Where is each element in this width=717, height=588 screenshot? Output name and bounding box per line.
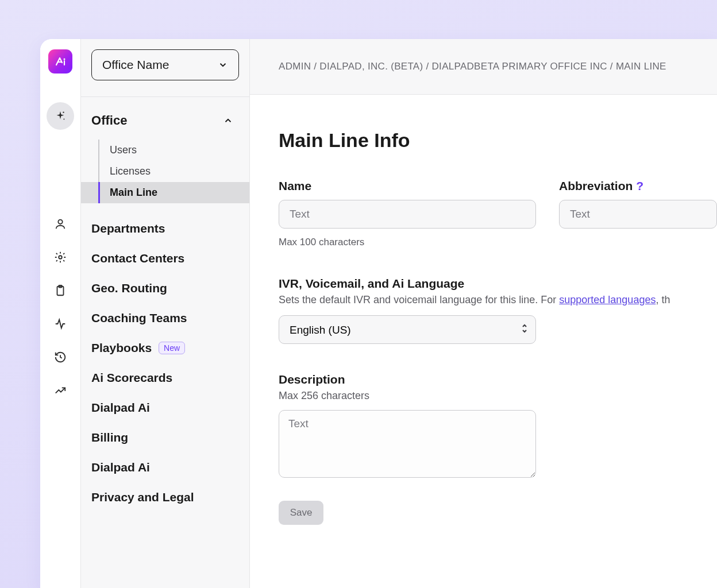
nav-billing[interactable]: Billing bbox=[81, 423, 249, 452]
nav-contact-centers[interactable]: Contact Centers bbox=[81, 243, 249, 273]
new-badge: New bbox=[159, 342, 185, 354]
sidebar-sub-main-line[interactable]: Main Line bbox=[81, 182, 249, 203]
trend-up-icon bbox=[54, 384, 67, 397]
app-window: Office Name Office Users Licenses Main L… bbox=[40, 39, 717, 588]
gear-icon bbox=[54, 251, 67, 264]
rail-clipboard-button[interactable] bbox=[47, 277, 74, 304]
svg-point-0 bbox=[64, 59, 65, 60]
nav-playbooks[interactable]: Playbooks New bbox=[81, 333, 249, 363]
user-icon bbox=[54, 218, 67, 230]
sidebar-subitems: Users Licenses Main Line bbox=[81, 140, 249, 203]
chevron-down-icon bbox=[218, 60, 228, 70]
content: Main Line Info Name Max 100 characters A… bbox=[250, 95, 717, 525]
icon-rail bbox=[40, 39, 81, 588]
nav-ai-scorecards[interactable]: Ai Scorecards bbox=[81, 363, 249, 393]
rail-trend-button[interactable] bbox=[47, 377, 74, 404]
office-select[interactable]: Office Name bbox=[91, 49, 239, 80]
nav-privacy-legal[interactable]: Privacy and Legal bbox=[81, 482, 249, 512]
save-button[interactable]: Save bbox=[279, 501, 323, 525]
abbrev-help-icon[interactable]: ? bbox=[636, 179, 643, 193]
abbrev-input[interactable] bbox=[559, 200, 717, 229]
main-panel: ADMIN / DIALPAD, INC. (BETA) / DIALPADBE… bbox=[250, 39, 717, 588]
rail-user-button[interactable] bbox=[47, 210, 74, 238]
activity-icon bbox=[54, 318, 67, 330]
name-label: Name bbox=[279, 179, 536, 193]
nav-dialpad-ai[interactable]: Dialpad Ai bbox=[81, 393, 249, 423]
page-title: Main Line Info bbox=[279, 129, 717, 152]
rail-activity-button[interactable] bbox=[47, 310, 74, 338]
name-hint: Max 100 characters bbox=[279, 237, 536, 248]
sidebar: Office Name Office Users Licenses Main L… bbox=[81, 39, 250, 588]
breadcrumb: ADMIN / DIALPAD, INC. (BETA) / DIALPADBE… bbox=[250, 39, 717, 95]
sidebar-sub-users[interactable]: Users bbox=[81, 140, 249, 161]
chevron-up-icon bbox=[223, 115, 233, 126]
abbrev-label: Abbreviation ? bbox=[559, 179, 717, 193]
svg-point-2 bbox=[63, 111, 64, 113]
field-abbreviation: Abbreviation ? bbox=[559, 179, 717, 248]
divider bbox=[81, 96, 249, 97]
language-label: IVR, Voicemail, and Ai Language bbox=[279, 277, 717, 291]
sidebar-sub-licenses[interactable]: Licenses bbox=[81, 161, 249, 182]
language-desc: Sets the default IVR and voicemail langu… bbox=[279, 294, 717, 306]
brand-logo[interactable] bbox=[48, 49, 72, 74]
rail-settings-button[interactable] bbox=[47, 243, 74, 271]
sidebar-group-label: Office bbox=[91, 113, 127, 128]
description-hint: Max 256 characters bbox=[279, 390, 717, 402]
form-row-name-abbrev: Name Max 100 characters Abbreviation ? bbox=[279, 179, 717, 248]
history-icon bbox=[54, 351, 67, 363]
language-select[interactable]: English (US) bbox=[279, 315, 536, 344]
clipboard-icon bbox=[54, 284, 67, 297]
name-input[interactable] bbox=[279, 200, 536, 229]
nav-departments[interactable]: Departments bbox=[81, 214, 249, 243]
rail-history-button[interactable] bbox=[47, 343, 74, 371]
field-name: Name Max 100 characters bbox=[279, 179, 536, 248]
description-label: Description bbox=[279, 373, 717, 386]
nav-coaching-teams[interactable]: Coaching Teams bbox=[81, 303, 249, 333]
ai-logo-icon bbox=[53, 55, 67, 68]
supported-languages-link[interactable]: supported languages bbox=[559, 294, 656, 305]
rail-sparkle-button[interactable] bbox=[47, 102, 74, 130]
nav-dialpad-ai-2[interactable]: Dialpad Ai bbox=[81, 452, 249, 482]
language-select-wrap: English (US) bbox=[279, 315, 536, 344]
svg-point-5 bbox=[59, 256, 62, 259]
office-select-label: Office Name bbox=[102, 58, 169, 72]
svg-point-4 bbox=[58, 220, 62, 224]
sidebar-group-office[interactable]: Office bbox=[81, 107, 249, 134]
description-textarea[interactable] bbox=[279, 410, 536, 478]
nav-geo-routing[interactable]: Geo. Routing bbox=[81, 273, 249, 303]
sparkle-icon bbox=[54, 110, 67, 122]
svg-point-3 bbox=[64, 119, 65, 120]
